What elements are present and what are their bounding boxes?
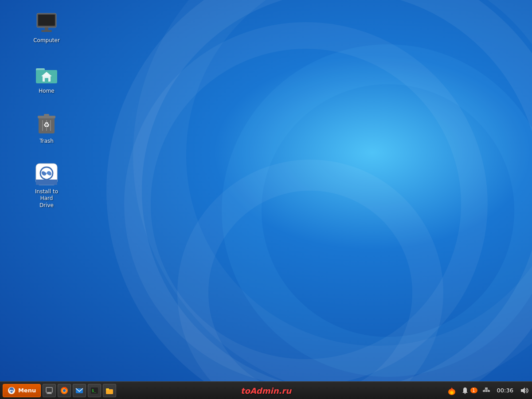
bg-swoosh-2	[222, 44, 532, 377]
bg-swoosh-3	[177, 160, 443, 381]
menu-button[interactable]: Menu	[3, 384, 41, 397]
svg-rect-39	[485, 390, 487, 392]
watermark: toAdmin.ru	[241, 386, 291, 395]
volume-icon[interactable]	[519, 386, 529, 395]
home-label: Home	[39, 88, 54, 95]
fedora-menu-icon	[8, 387, 16, 395]
trash-icon[interactable]: ♻ Trash	[27, 110, 66, 147]
notification-area[interactable]: 1	[460, 386, 478, 395]
svg-rect-40	[488, 390, 490, 392]
install-icon-img	[34, 162, 59, 187]
home-icon-img	[34, 61, 59, 86]
files-icon	[106, 387, 113, 395]
svg-rect-9	[45, 78, 48, 82]
volume-svg	[520, 387, 528, 395]
svg-line-43	[486, 389, 489, 390]
email-icon	[75, 387, 83, 395]
svg-marker-44	[521, 387, 525, 394]
firewall-icon[interactable]	[446, 385, 458, 396]
flame-svg	[447, 386, 457, 395]
svg-line-41	[484, 389, 486, 390]
network-icon[interactable]	[481, 386, 492, 395]
home-icon[interactable]: Home	[27, 59, 66, 97]
svg-rect-2	[45, 27, 48, 30]
install-svg	[35, 163, 58, 186]
desktop-icons: Computer Home	[27, 9, 66, 211]
firefox-button[interactable]	[58, 384, 71, 397]
computer-icon[interactable]: Computer	[27, 9, 66, 46]
systray: 1 00:36	[446, 385, 529, 396]
show-desktop-icon	[45, 387, 53, 395]
svg-rect-38	[483, 390, 485, 392]
menu-label: Menu	[18, 387, 36, 394]
install-label-line2: Drive	[39, 202, 54, 209]
svg-text:♻: ♻	[43, 121, 50, 129]
bg-swoosh-1	[133, 0, 532, 381]
svg-text:$_: $_	[92, 389, 96, 393]
svg-rect-23	[47, 392, 51, 393]
svg-rect-1	[38, 15, 55, 26]
trash-icon-img: ♻	[34, 111, 59, 136]
desktop: Computer Home	[0, 0, 532, 381]
svg-point-27	[63, 389, 66, 392]
show-desktop-button[interactable]	[43, 384, 56, 397]
computer-icon-img	[34, 11, 59, 35]
svg-rect-24	[47, 393, 52, 394]
svg-rect-20	[36, 180, 57, 185]
taskbar: Menu $_	[0, 381, 532, 399]
install-label-line1: Install to Hard	[28, 188, 65, 202]
notification-count: 1	[470, 387, 477, 393]
clock: 00:36	[494, 387, 516, 394]
svg-rect-15	[44, 114, 49, 116]
trash-svg: ♻	[35, 112, 58, 135]
svg-rect-32	[106, 388, 109, 390]
svg-rect-22	[46, 387, 52, 392]
firefox-icon	[60, 386, 69, 395]
svg-rect-3	[41, 30, 52, 32]
email-button[interactable]	[73, 384, 86, 397]
svg-rect-37	[485, 387, 488, 389]
trash-label: Trash	[39, 138, 54, 145]
network-svg	[482, 387, 491, 395]
files-button[interactable]	[103, 384, 116, 397]
svg-point-35	[450, 391, 453, 394]
computer-svg	[35, 12, 58, 35]
terminal-icon: $_	[90, 387, 98, 395]
home-svg	[35, 62, 58, 85]
install-icon[interactable]: Install to Hard Drive	[27, 160, 66, 211]
svg-rect-36	[464, 393, 466, 394]
terminal-button[interactable]: $_	[88, 384, 101, 397]
bell-icon	[461, 387, 469, 395]
computer-label: Computer	[33, 37, 60, 44]
